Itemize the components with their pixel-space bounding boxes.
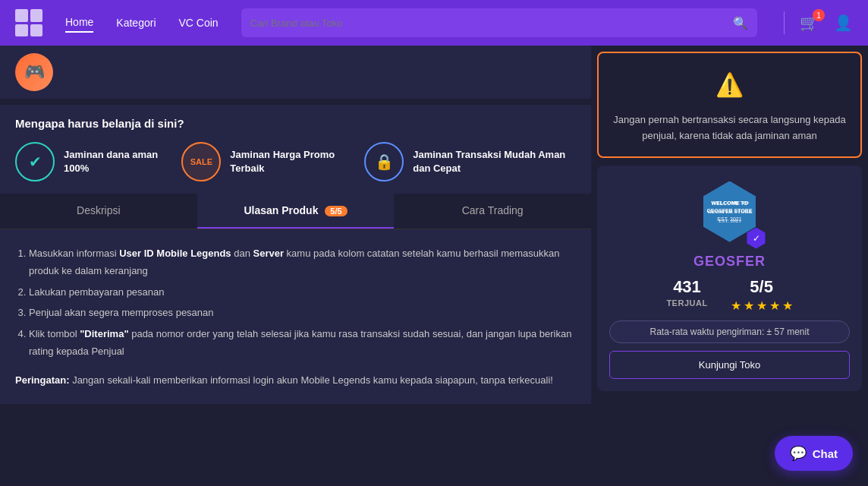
header-actions: 🛒 1 👤 [784,11,853,34]
nav-kategori[interactable]: Kategori [116,14,156,32]
visit-shop-button[interactable]: Kunjungi Toko [609,351,850,379]
feature-icon-transaksi: 🔒 [364,142,404,181]
description-content: Masukkan informasi User ID Mobile Legend… [0,229,591,404]
main-nav: Home Kategori VC Coin [65,13,219,33]
feature-label-dana: Jaminan dana aman 100% [64,148,159,175]
feature-item-2: SALE Jaminan Harga Promo Terbaik [181,142,341,181]
right-panel: ⚠️ Jangan pernah bertransaksi secara lan… [591,46,868,486]
stat-sold: 431 TERJUAL [666,277,707,308]
delivery-badge: Rata-rata waktu pengiriman: ± 57 menit [609,320,850,343]
star-3: ★ [756,298,767,313]
star-2: ★ [744,298,754,313]
feature-label-harga: Jaminan Harga Promo Terbaik [230,148,341,175]
header: Home Kategori VC Coin 🔍 🛒 1 👤 [0,0,868,46]
warning-box-text: Jangan pernah bertransaksi secara langsu… [611,112,848,144]
product-tabs: Deskripsi Ulasan Produk 5/5 Cara Trading [0,194,591,229]
logo[interactable] [15,9,42,36]
star-4: ★ [769,298,780,313]
avatar: 🎮 [15,53,53,91]
chat-label: Chat [813,447,838,460]
warning-icon: ⚠️ [711,65,749,103]
avatar-bar: 🎮 [0,46,591,99]
features-row: ✔ Jaminan dana aman 100% SALE Jaminan Ha… [15,142,576,181]
why-shop-title: Mengapa harus belanja di sini? [15,117,576,130]
seller-name: GEOSFER [693,254,766,270]
stat-sold-number: 431 [673,277,701,297]
seller-stats: 431 TERJUAL 5/5 ★ ★ ★ ★ ★ [609,277,850,313]
cart-button[interactable]: 🛒 1 [800,14,819,32]
seller-card: WELCOME TO GEOSFER STORE EST. 2021 ✓ GEO… [597,166,862,391]
tab-ulasan-badge: 5/5 [325,206,347,216]
user-icon[interactable]: 👤 [834,14,853,32]
tab-deskripsi[interactable]: Deskripsi [0,194,197,229]
feature-icon-dana: ✔ [15,142,55,181]
search-bar: 🔍 [241,8,757,37]
why-shop-section: Mengapa harus belanja di sini? ✔ Jaminan… [0,105,591,194]
step-1: Masukkan informasi User ID Mobile Legend… [29,245,576,280]
stars-row: ★ ★ ★ ★ ★ [731,298,793,313]
stat-sold-label: TERJUAL [666,298,707,308]
nav-home[interactable]: Home [65,13,93,33]
left-panel: 🎮 Mengapa harus belanja di sini? ✔ Jamin… [0,46,591,486]
steps-list: Masukkan informasi User ID Mobile Legend… [15,245,576,360]
search-icon[interactable]: 🔍 [733,16,748,30]
cart-badge: 1 [813,9,825,21]
feature-label-transaksi: Jaminan Transaksi Mudah Aman dan Cepat [413,148,576,175]
feature-icon-harga: SALE [181,142,221,181]
stat-rating-number: 5/5 [750,277,773,297]
feature-item-1: ✔ Jaminan dana aman 100% [15,142,159,181]
star-5: ★ [782,298,793,313]
main-content: 🎮 Mengapa harus belanja di sini? ✔ Jamin… [0,46,868,486]
chat-icon: 💬 [790,445,807,462]
step-2: Lakukan pembayaran pesanan [29,283,576,301]
star-1: ★ [731,298,741,313]
feature-item-3: 🔒 Jaminan Transaksi Mudah Aman dan Cepat [364,142,576,181]
divider [784,11,785,34]
tab-cara-trading[interactable]: Cara Trading [394,194,591,229]
search-input[interactable] [250,17,727,29]
stat-rating: 5/5 ★ ★ ★ ★ ★ [731,277,793,313]
warning-box: ⚠️ Jangan pernah bertransaksi secara lan… [597,52,862,158]
tab-ulasan[interactable]: Ulasan Produk 5/5 [197,194,395,229]
step-3: Penjual akan segera memproses pesanan [29,304,576,321]
seller-avatar: WELCOME TO GEOSFER STORE EST. 2021 ✓ [696,178,764,246]
chat-fab[interactable]: 💬 Chat [775,436,853,471]
warning-text: Peringatan: Jangan sekali-kali memberika… [15,372,576,389]
nav-vc-coin[interactable]: VC Coin [179,14,219,32]
step-4: Klik tombol "Diterima" pada nomor order … [29,325,576,361]
